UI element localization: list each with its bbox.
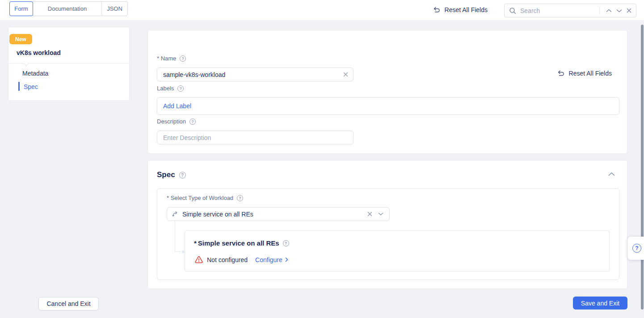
workload-type-label-text: * Select Type of Workload <box>167 195 233 201</box>
active-section-indicator <box>18 82 20 91</box>
search-icon <box>509 7 516 14</box>
reset-all-fields-button[interactable]: Reset All Fields <box>433 6 488 13</box>
connector-line-horizontal <box>175 251 181 252</box>
configure-label: Configure <box>255 256 282 263</box>
add-label-button[interactable]: Add Label <box>163 102 191 110</box>
metadata-section: Metadata ? Reset All Fields * Name ? Lab… <box>147 30 627 154</box>
help-icon[interactable]: ? <box>179 172 186 178</box>
description-field-label: Description ? <box>157 118 196 125</box>
save-and-exit-button[interactable]: Save and Exit <box>573 297 627 310</box>
close-icon[interactable] <box>624 8 631 13</box>
workload-config-header: * Simple service on all REs ? <box>194 239 289 247</box>
form-sidebar: New vK8s workload Metadata Spec <box>8 27 130 101</box>
help-icon[interactable]: ? <box>283 240 289 246</box>
select-caret-icon[interactable] <box>377 212 389 216</box>
chevron-right-icon <box>285 257 288 262</box>
tab-json[interactable]: JSON <box>101 1 128 16</box>
clear-name-icon[interactable] <box>341 72 353 77</box>
help-icon[interactable]: ? <box>180 55 186 62</box>
cancel-and-exit-button[interactable]: Cancel and Exit <box>38 297 99 310</box>
topbar: Form Documentation JSON Reset All Fields <box>0 0 644 21</box>
undo-icon <box>433 7 441 13</box>
undo-icon <box>557 70 565 76</box>
name-label-text: * Name <box>157 55 176 62</box>
help-circle-icon: ? <box>632 244 641 253</box>
view-tab-group: Form Documentation JSON <box>9 1 128 16</box>
description-label-text: Description <box>157 118 186 125</box>
sidebar-divider-notch <box>23 60 29 66</box>
collapse-section-icon[interactable] <box>608 172 615 176</box>
warning-icon <box>195 256 203 263</box>
description-input[interactable] <box>157 134 353 141</box>
workload-type-icon <box>167 211 182 217</box>
reset-all-fields-label: Reset All Fields <box>445 6 488 13</box>
tab-form[interactable]: Form <box>9 1 33 16</box>
workload-type-select[interactable]: Simple service on all REs <box>167 207 390 221</box>
labels-field-label: Labels ? <box>157 85 184 92</box>
workload-config-card: * Simple service on all REs ? Not config… <box>185 230 610 271</box>
metadata-reset-label: Reset All Fields <box>569 70 612 77</box>
metadata-reset-all-fields-button[interactable]: Reset All Fields <box>557 70 612 77</box>
name-input-wrapper <box>157 68 354 81</box>
labels-container: Add Label <box>157 97 619 115</box>
sidebar-item-metadata[interactable]: Metadata <box>22 70 48 77</box>
help-icon[interactable]: ? <box>177 85 184 92</box>
workload-config-status-row: Not configured Configure <box>195 256 288 263</box>
tab-documentation[interactable]: Documentation <box>33 1 102 16</box>
sidebar-item-spec[interactable]: Spec <box>24 83 38 90</box>
help-icon[interactable]: ? <box>189 119 196 125</box>
workload-type-value: Simple service on all REs <box>182 211 363 218</box>
vertical-scrollbar[interactable] <box>641 25 644 310</box>
required-mark: * <box>194 239 197 247</box>
search-divider <box>599 7 600 14</box>
configure-button[interactable]: Configure <box>255 256 288 263</box>
description-input-wrapper <box>157 131 354 144</box>
search-box <box>504 4 636 17</box>
name-field-label: * Name ? <box>157 55 186 62</box>
connector-line-vertical <box>175 221 175 252</box>
spec-body: * Select Type of Workload ? Simple servi… <box>157 188 619 280</box>
clear-selection-icon[interactable] <box>363 212 377 216</box>
spec-section: Spec ? * Select Type of Workload ? Simpl… <box>147 160 627 289</box>
workload-type-label: * Select Type of Workload ? <box>167 195 243 201</box>
vk8s-workload-form-page: Form Documentation JSON Reset All Fields <box>0 0 644 318</box>
help-flyout-button[interactable]: ? <box>627 237 644 260</box>
help-icon[interactable]: ? <box>237 195 243 201</box>
chevron-down-icon[interactable] <box>614 9 624 13</box>
search-input[interactable] <box>520 7 597 14</box>
sidebar-title: vK8s workload <box>17 49 61 56</box>
spec-section-header: Spec ? <box>157 170 186 179</box>
name-input[interactable] <box>157 71 341 78</box>
spec-title: Spec <box>157 170 175 179</box>
status-badge: New <box>9 34 32 44</box>
chevron-up-icon[interactable] <box>604 9 614 13</box>
workload-config-title: Simple service on all REs <box>198 239 279 247</box>
labels-label-text: Labels <box>157 85 174 92</box>
status-text: Not configured <box>207 256 248 263</box>
